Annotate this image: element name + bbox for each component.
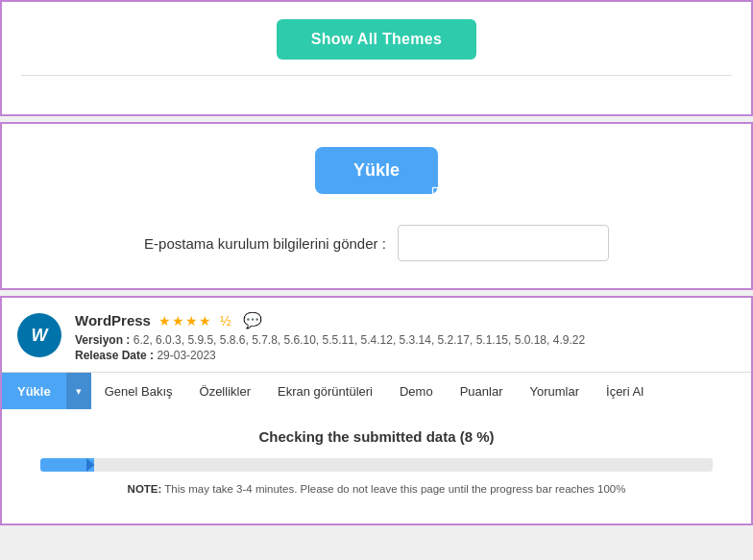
wp-title-row: WordPress ★★★★ ½ 💬 bbox=[75, 311, 736, 329]
email-input[interactable] bbox=[398, 225, 609, 261]
tabs-bar: Yükle ▾ Genel Bakış Özellikler Ekran gör… bbox=[2, 372, 751, 409]
yukle-tab-group[interactable]: Yükle ▾ bbox=[2, 373, 91, 409]
note-bold: NOTE: bbox=[128, 483, 162, 495]
progress-bar-fill bbox=[40, 458, 94, 472]
note-text: This may take 3-4 minutes. Please do not… bbox=[161, 483, 625, 495]
divider bbox=[21, 75, 732, 76]
progress-section: Checking the submitted data (8 %) NOTE: … bbox=[2, 409, 751, 504]
tab-demo[interactable]: Demo bbox=[386, 373, 447, 409]
yukle-dropdown-arrow[interactable]: ▾ bbox=[66, 373, 91, 409]
tab-ozellikler[interactable]: Özellikler bbox=[186, 373, 264, 409]
tab-puanlar[interactable]: Puanlar bbox=[447, 373, 517, 409]
yukle-label: Yükle bbox=[353, 160, 400, 180]
progress-title: Checking the submitted data (8 %) bbox=[21, 428, 732, 445]
wp-info: WordPress ★★★★ ½ 💬 Versiyon : 6.2, 6.0.3… bbox=[75, 311, 736, 362]
tab-ekran-goruntuleri[interactable]: Ekran görüntüleri bbox=[264, 373, 386, 409]
comment-icon: 💬 bbox=[243, 311, 262, 329]
wp-logo-letter: W bbox=[32, 326, 48, 346]
show-all-themes-button[interactable]: Show All Themes bbox=[277, 19, 476, 60]
tab-yorumlar[interactable]: Yorumlar bbox=[516, 373, 593, 409]
cursor-icon: ☞ bbox=[430, 181, 448, 204]
email-row: E-postama kurulum bilgilerini gönder : bbox=[144, 225, 609, 261]
middle-section: Yükle ☞ E-postama kurulum bilgilerini gö… bbox=[0, 122, 753, 290]
tab-iceri-al[interactable]: İçeri Al bbox=[593, 373, 657, 409]
progress-note: NOTE: This may take 3-4 minutes. Please … bbox=[21, 483, 732, 495]
top-section: Show All Themes bbox=[0, 0, 753, 116]
tab-genel-bakis[interactable]: Genel Bakış bbox=[91, 373, 186, 409]
release-value: 29-03-2023 bbox=[157, 349, 215, 362]
release-label: Release Date : bbox=[75, 349, 154, 362]
wp-header: W WordPress ★★★★ ½ 💬 Versiyon : 6.2, 6.0… bbox=[2, 298, 751, 372]
stars-icon: ★★★★ bbox=[158, 313, 212, 329]
wp-version: Versiyon : 6.2, 6.0.3, 5.9.5, 5.8.6, 5.7… bbox=[75, 333, 736, 347]
half-star-icon: ½ bbox=[220, 313, 231, 329]
yukle-button[interactable]: Yükle ☞ bbox=[315, 147, 438, 194]
email-label: E-postama kurulum bilgilerini gönder : bbox=[144, 235, 386, 252]
version-value: 6.2, 6.0.3, 5.9.5, 5.8.6, 5.7.8, 5.6.10,… bbox=[134, 333, 585, 347]
tab-yukle[interactable]: Yükle bbox=[2, 373, 66, 409]
wp-release: Release Date : 29-03-2023 bbox=[75, 349, 736, 362]
wordpress-logo: W bbox=[17, 313, 61, 357]
bottom-section: W WordPress ★★★★ ½ 💬 Versiyon : 6.2, 6.0… bbox=[0, 296, 753, 525]
progress-bar-container bbox=[40, 458, 713, 472]
wp-title: WordPress bbox=[75, 312, 151, 329]
version-label: Versiyon : bbox=[75, 333, 130, 347]
